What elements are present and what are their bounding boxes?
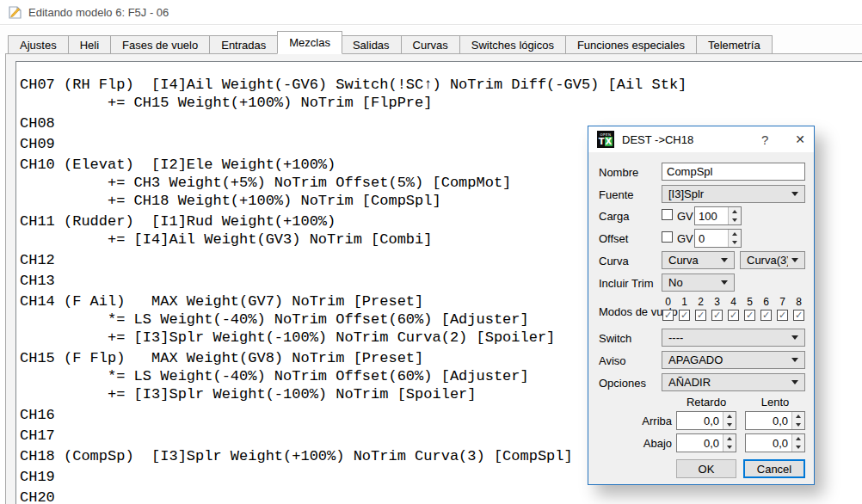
chevron-down-icon bbox=[791, 335, 798, 340]
incluir-trim-label: Incluir Trim bbox=[599, 277, 654, 290]
flight-mode-checkbox[interactable]: ✓ bbox=[760, 310, 772, 321]
flight-mode-2: 2✓ bbox=[693, 296, 709, 321]
tab-salidas[interactable]: Salidas bbox=[342, 35, 402, 54]
cancel-button[interactable]: Cancel bbox=[743, 459, 805, 478]
incluir-trim-select[interactable]: No bbox=[662, 274, 735, 292]
offset-label: Offset bbox=[599, 232, 628, 245]
flight-mode-number: 3 bbox=[714, 296, 720, 308]
tab-entradas[interactable]: Entradas bbox=[210, 35, 278, 54]
fuente-label: Fuente bbox=[599, 188, 633, 201]
spinner-arrows[interactable] bbox=[723, 412, 736, 429]
abajo-retardo-spinner[interactable]: 0,0 bbox=[676, 433, 736, 452]
spinner-arrows[interactable] bbox=[728, 230, 741, 247]
opciones-select[interactable]: AÑADIR bbox=[662, 373, 805, 391]
curva-label: Curva bbox=[599, 255, 629, 267]
flight-mode-3: 3✓ bbox=[709, 296, 725, 321]
nombre-input-wrap bbox=[662, 163, 805, 181]
tab-bar: AjustesHeliFases de vueloEntradasMezclas… bbox=[8, 31, 773, 54]
mixer-channel: CH07 (RH Flp) [I4]Ail Weight(-GV6) Switc… bbox=[20, 76, 862, 112]
flight-mode-checkbox[interactable]: ✓ bbox=[662, 310, 674, 321]
chevron-down-icon bbox=[791, 192, 798, 196]
dialog-titlebar[interactable]: OPENTX DEST ->CH18 ? ✕ bbox=[588, 126, 814, 152]
offset-spinner[interactable]: 0 bbox=[694, 229, 742, 248]
dialog-title: DEST ->CH18 bbox=[622, 133, 754, 146]
help-button[interactable]: ? bbox=[761, 132, 768, 147]
spinner-arrows[interactable] bbox=[723, 434, 736, 452]
mixer-line[interactable]: CH20 bbox=[20, 489, 862, 504]
mixer-channel: CH20 bbox=[20, 489, 862, 504]
flight-mode-checkbox[interactable]: ✓ bbox=[793, 310, 804, 321]
switch-select[interactable]: ---- bbox=[662, 329, 805, 347]
flight-mode-checkbox[interactable]: ✓ bbox=[777, 310, 788, 321]
carga-label: Carga bbox=[599, 210, 629, 223]
tab-ajustes[interactable]: Ajustes bbox=[8, 35, 69, 54]
flight-mode-number: 6 bbox=[763, 296, 769, 308]
flight-mode-checkbox[interactable]: ✓ bbox=[728, 310, 739, 321]
tab-fases-de-vuelo[interactable]: Fases de vuelo bbox=[111, 35, 210, 54]
flight-mode-number: 0 bbox=[665, 296, 671, 308]
edit-document-icon bbox=[8, 5, 22, 20]
tab-telemetr-a[interactable]: Telemetría bbox=[697, 35, 773, 54]
flight-mode-checkbox[interactable]: ✓ bbox=[695, 310, 706, 321]
spinner-arrows[interactable] bbox=[791, 434, 804, 452]
tab-strip: AjustesHeliFases de vueloEntradasMezclas… bbox=[0, 26, 862, 54]
chevron-down-icon bbox=[721, 280, 728, 285]
spinner-arrows[interactable] bbox=[728, 207, 741, 224]
tab-heli[interactable]: Heli bbox=[69, 35, 111, 54]
chevron-down-icon bbox=[721, 258, 728, 262]
flight-mode-5: 5✓ bbox=[742, 296, 758, 321]
nombre-label: Nombre bbox=[599, 166, 638, 179]
flight-mode-6: 6✓ bbox=[758, 296, 774, 321]
chevron-down-icon bbox=[791, 358, 798, 362]
flight-mode-number: 7 bbox=[779, 296, 785, 308]
flight-mode-checkbox[interactable]: ✓ bbox=[679, 310, 690, 321]
flight-mode-4: 4✓ bbox=[725, 296, 742, 321]
flight-modes-grid: 0✓1✓2✓3✓4✓5✓6✓7✓8✓ bbox=[660, 296, 807, 321]
nombre-input[interactable] bbox=[662, 165, 804, 178]
close-icon[interactable]: ✕ bbox=[795, 132, 805, 146]
ok-button[interactable]: OK bbox=[676, 459, 736, 478]
offset-gv-label: GV bbox=[677, 232, 693, 245]
tab-curvas[interactable]: Curvas bbox=[402, 35, 460, 54]
flight-mode-number: 8 bbox=[796, 296, 802, 308]
chevron-down-icon bbox=[791, 380, 798, 384]
arriba-lento-spinner[interactable]: 0,0 bbox=[745, 411, 805, 430]
lento-header: Lento bbox=[745, 396, 805, 409]
tab-mezclas[interactable]: Mezclas bbox=[277, 31, 342, 54]
carga-gv-checkbox[interactable] bbox=[662, 209, 673, 220]
flight-mode-8: 8✓ bbox=[791, 296, 807, 321]
carga-gv-label: GV bbox=[677, 210, 693, 223]
tab-switches-l-gicos[interactable]: Switches lógicos bbox=[460, 35, 566, 54]
mixer-line[interactable]: += CH15 Weight(+100%) NoTrim [FlpPre] bbox=[20, 94, 862, 112]
chevron-down-icon bbox=[791, 258, 798, 262]
flight-mode-number: 5 bbox=[747, 296, 753, 308]
offset-gv-checkbox[interactable] bbox=[662, 231, 673, 243]
flight-mode-checkbox[interactable]: ✓ bbox=[744, 310, 755, 321]
flight-mode-1: 1✓ bbox=[676, 296, 693, 321]
carga-spinner[interactable]: 100 bbox=[694, 206, 742, 225]
flight-mode-number: 4 bbox=[730, 296, 736, 308]
tab-funciones-especiales[interactable]: Funciones especiales bbox=[566, 35, 697, 54]
arriba-label: Arriba bbox=[599, 415, 672, 427]
flight-mode-number: 1 bbox=[681, 296, 687, 308]
fuente-select[interactable]: [I3]Splr bbox=[662, 185, 805, 203]
window-titlebar: Editando modelo 6: F5J - 06 bbox=[0, 0, 862, 25]
spinner-arrows[interactable] bbox=[791, 412, 804, 429]
arriba-retardo-spinner[interactable]: 0,0 bbox=[676, 411, 736, 430]
flight-mode-7: 7✓ bbox=[774, 296, 791, 321]
opciones-label: Opciones bbox=[599, 377, 646, 390]
retardo-header: Retardo bbox=[676, 396, 736, 409]
opentx-logo-icon: OPENTX bbox=[597, 131, 614, 148]
flight-mode-number: 2 bbox=[698, 296, 704, 308]
curva-type-select[interactable]: Curva bbox=[662, 251, 735, 269]
window-title: Editando modelo 6: F5J - 06 bbox=[28, 6, 169, 19]
flight-mode-0: 0✓ bbox=[660, 296, 676, 321]
mixer-edit-dialog: OPENTX DEST ->CH18 ? ✕ Nombre Fuente [I3… bbox=[588, 126, 815, 485]
abajo-lento-spinner[interactable]: 0,0 bbox=[745, 433, 805, 452]
mixer-line[interactable]: CH07 (RH Flp) [I4]Ail Weight(-GV6) Switc… bbox=[20, 76, 862, 94]
aviso-label: Aviso bbox=[599, 354, 626, 367]
aviso-select[interactable]: APAGADO bbox=[662, 351, 805, 369]
curva-value-select[interactable]: Curva(3) bbox=[740, 251, 805, 269]
flight-mode-checkbox[interactable]: ✓ bbox=[711, 310, 723, 321]
switch-label: Switch bbox=[599, 332, 631, 345]
